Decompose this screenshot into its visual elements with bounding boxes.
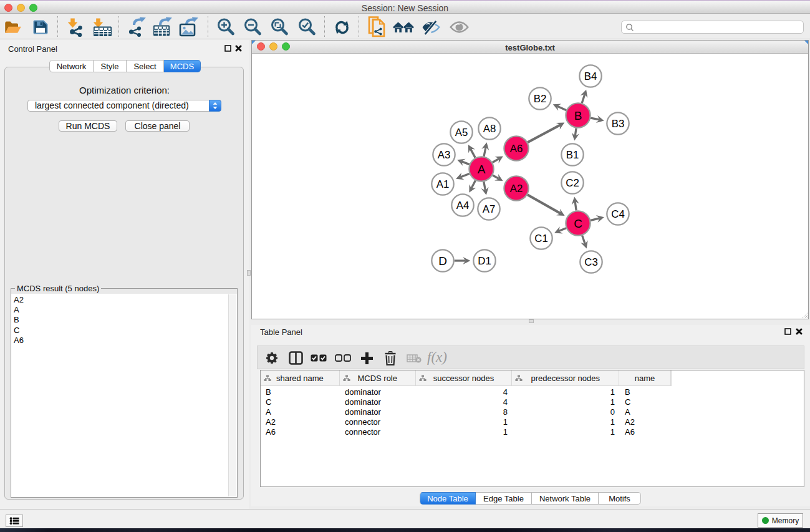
svg-text:C: C bbox=[574, 217, 582, 230]
svg-text:A8: A8 bbox=[483, 123, 496, 135]
svg-text:A6: A6 bbox=[510, 143, 523, 155]
svg-text:B3: B3 bbox=[612, 118, 625, 130]
svg-text:B1: B1 bbox=[566, 149, 579, 161]
svg-text:C3: C3 bbox=[584, 256, 597, 268]
svg-text:B: B bbox=[574, 109, 582, 122]
svg-text:A3: A3 bbox=[438, 149, 451, 161]
svg-text:B2: B2 bbox=[534, 93, 547, 105]
svg-text:A: A bbox=[478, 163, 486, 176]
svg-text:D1: D1 bbox=[478, 255, 491, 267]
svg-text:A5: A5 bbox=[455, 127, 468, 138]
svg-text:A2: A2 bbox=[510, 183, 523, 195]
svg-text:C4: C4 bbox=[611, 208, 624, 220]
svg-text:A7: A7 bbox=[483, 203, 496, 215]
svg-text:C1: C1 bbox=[534, 233, 547, 244]
svg-text:B4: B4 bbox=[584, 70, 597, 82]
svg-text:C2: C2 bbox=[566, 177, 579, 189]
svg-text:A4: A4 bbox=[456, 200, 470, 211]
svg-text:D: D bbox=[438, 254, 447, 268]
svg-text:A1: A1 bbox=[436, 178, 450, 190]
